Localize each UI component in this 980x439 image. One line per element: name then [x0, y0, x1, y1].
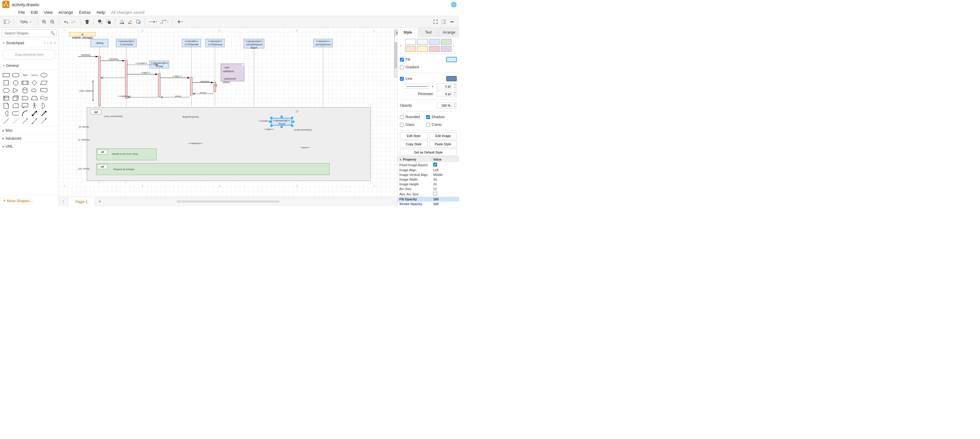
shape-internal-storage[interactable] — [2, 95, 10, 101]
search-icon[interactable]: 🔍 — [50, 31, 55, 35]
shape-cloud[interactable] — [30, 88, 38, 93]
collapse-icon[interactable] — [449, 18, 455, 26]
menu-help[interactable]: Help — [97, 10, 105, 15]
shape-note[interactable] — [2, 103, 10, 109]
fill-checkbox[interactable] — [400, 58, 404, 62]
add-page-icon[interactable]: + — [95, 199, 105, 205]
redo-icon[interactable] — [70, 18, 77, 26]
property-row[interactable]: Abs. Arc Size — [398, 191, 459, 197]
zoom-level[interactable]: 70%▾ — [17, 20, 35, 24]
property-row[interactable]: Image Vertical AlignMiddle — [398, 172, 459, 177]
shape-parallelogram[interactable] — [40, 80, 48, 86]
shape-document[interactable] — [40, 88, 48, 93]
canvas[interactable]: ⌐ ┬ ┬ ┬ ┐ └ ┴ ┴ ┴ ┘ rt submit_changes :d… — [59, 28, 397, 206]
swatch-prev-icon[interactable]: ‹ — [400, 43, 404, 48]
participant-gimqbatch[interactable]: <<javascript>> :GimqRequest Batch — [244, 39, 264, 48]
shape-halfcircle-l[interactable] — [2, 110, 10, 117]
swatch[interactable] — [417, 46, 428, 52]
participant-gimqservice[interactable]: <<service>> :GimqService — [313, 39, 332, 47]
shape-process[interactable] — [21, 80, 29, 86]
paste-style-button[interactable]: Paste Style — [430, 140, 457, 148]
advanced-section[interactable]: ▶Advanced — [0, 134, 59, 142]
tab-text[interactable]: Text — [418, 28, 439, 37]
close-scratch-icon[interactable]: ✕ — [54, 41, 56, 45]
shape-heading[interactable]: Heading — [30, 72, 38, 78]
scratchpad-header[interactable]: ▼Scratchpad ?+✎✕ — [0, 39, 59, 47]
connection-icon[interactable]: ▾ — [148, 18, 158, 26]
page-tab[interactable]: Page-1 — [68, 197, 95, 206]
property-row[interactable]: Image AlignLeft — [398, 168, 459, 172]
shape-curve[interactable] — [21, 110, 29, 117]
comic-checkbox[interactable] — [426, 123, 430, 127]
menu-file[interactable]: File — [18, 10, 25, 15]
participant-comments[interactable]: <<javascript>> :Comments — [116, 39, 137, 47]
lock-icon[interactable]: 🔓 — [396, 37, 397, 41]
shape-trapezoid[interactable] — [30, 95, 38, 101]
to-front-icon[interactable] — [97, 18, 104, 26]
fill-color-icon[interactable] — [118, 18, 126, 26]
tab-arrange[interactable]: Arrange — [439, 28, 459, 37]
zoom-out-icon[interactable] — [49, 18, 56, 26]
general-header[interactable]: ▼General — [0, 62, 59, 70]
zoom-in-icon[interactable] — [41, 18, 48, 26]
fill-color[interactable] — [446, 57, 457, 62]
layer-row[interactable]: 🔓 Background — [395, 36, 397, 42]
edit-image-button[interactable]: Edit Image — [430, 132, 457, 139]
swatch[interactable] — [429, 46, 440, 52]
note[interactable]: - user validation - password check — [221, 64, 244, 81]
shape-card[interactable] — [12, 103, 19, 109]
shape-triangle[interactable] — [12, 88, 19, 93]
misc-section[interactable]: ▶Misc — [0, 126, 59, 134]
line-color[interactable] — [446, 76, 457, 81]
shape-square[interactable] — [2, 80, 10, 86]
participant-dialog[interactable]: :dialog — [91, 39, 108, 47]
property-row[interactable]: Fixed Image Aspect — [398, 162, 459, 168]
property-row[interactable]: Image Width24 — [398, 177, 459, 182]
layers-panel[interactable]: Layers ▭✕ 🔓 Background 🗑 ⇪ ⋮ ⧉ + ◢ — [395, 30, 397, 77]
pages-menu-icon[interactable]: ⋮ — [59, 197, 68, 206]
proxy1[interactable]: <<javascript>> :Proxy — [150, 61, 169, 69]
shape-biarrow[interactable] — [30, 110, 38, 117]
delete-icon[interactable] — [84, 18, 91, 26]
shape-line-arrow2[interactable] — [40, 118, 48, 124]
glass-checkbox[interactable] — [400, 123, 404, 127]
fullscreen-icon[interactable] — [432, 18, 439, 26]
shadow-checkbox[interactable] — [426, 115, 430, 119]
waypoint-icon[interactable]: ▾ — [159, 18, 169, 26]
format-panel-icon[interactable] — [440, 18, 447, 26]
shape-diamond[interactable] — [30, 80, 38, 86]
menu-arrange[interactable]: Arrange — [59, 10, 73, 15]
swatch[interactable] — [405, 46, 416, 52]
shape-step[interactable] — [21, 95, 29, 101]
shape-cylinder[interactable] — [21, 88, 29, 93]
menu-edit[interactable]: Edit — [31, 10, 38, 15]
line-color-icon[interactable] — [127, 18, 134, 26]
help-icon[interactable]: ? — [43, 41, 45, 45]
edit-scratch-icon[interactable]: ✎ — [50, 41, 52, 45]
shape-line-biarrow[interactable] — [30, 118, 38, 124]
h-scrollbar[interactable] — [177, 200, 280, 203]
swatch[interactable] — [429, 39, 440, 45]
shape-line[interactable] — [2, 118, 10, 124]
more-shapes-button[interactable]: +More Shapes... — [0, 195, 59, 206]
view-mode-icon[interactable]: ▾ — [3, 18, 11, 26]
shape-cube[interactable] — [12, 95, 19, 101]
shape-hexagon[interactable] — [2, 88, 10, 93]
menu-extras[interactable]: Extras — [79, 10, 91, 15]
swatch[interactable] — [441, 46, 452, 52]
shape-actor[interactable] — [30, 103, 38, 109]
perimeter-input[interactable] — [437, 91, 452, 97]
shape-dashline[interactable] — [12, 118, 19, 124]
frame-title[interactable]: rt submit_changes — [69, 32, 95, 36]
swatch[interactable] — [405, 39, 416, 45]
uml-section[interactable]: ▶UML — [0, 142, 59, 150]
to-back-icon[interactable] — [105, 18, 112, 26]
edit-style-button[interactable]: Edit Style — [400, 132, 428, 139]
undo-icon[interactable] — [62, 18, 69, 26]
line-width-input[interactable] — [437, 83, 452, 89]
rounded-checkbox[interactable] — [400, 115, 404, 119]
menu-view[interactable]: View — [44, 10, 52, 15]
property-row[interactable]: Fill Opacity100 — [398, 197, 459, 201]
shadow-icon[interactable] — [135, 18, 142, 26]
proxy2-selected[interactable]: <<javascript>> :Proxy — [271, 118, 292, 126]
